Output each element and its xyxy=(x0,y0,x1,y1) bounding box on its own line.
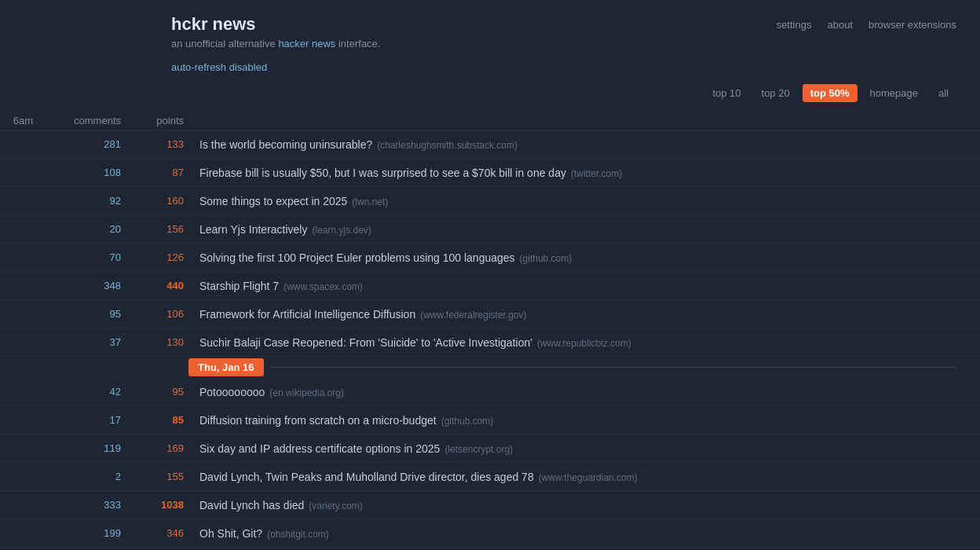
row-comments: 92 xyxy=(39,195,133,207)
row-domain: (charleshughsmith.substack.com) xyxy=(377,140,517,151)
row-title: Six day and IP address certificate optio… xyxy=(196,442,956,455)
news-link[interactable]: Suchir Balaji Case Reopened: From 'Suici… xyxy=(199,336,532,349)
table-row: 199346Oh Shit, Git?(ohshitgit.com) xyxy=(0,519,980,548)
date-line xyxy=(270,367,956,368)
table-row: 95106Framework for Artificial Intelligen… xyxy=(0,300,980,328)
table-row: 70126Solving the first 100 Project Euler… xyxy=(0,244,980,272)
row-domain: (github.com) xyxy=(441,416,494,427)
row-title: David Lynch, Twin Peaks and Muholland Dr… xyxy=(196,471,956,483)
row-comments: 42 xyxy=(39,386,133,398)
row-domain: (twitter.com) xyxy=(571,168,622,179)
row-points: 440 xyxy=(133,280,196,292)
news-link[interactable]: Some things to expect in 2025 xyxy=(199,195,347,207)
row-comments: 95 xyxy=(39,308,133,320)
row-comments: 281 xyxy=(39,138,133,150)
subtitle-suffix: interface. xyxy=(338,38,380,50)
header-nav: settings about browser extensions xyxy=(777,14,956,31)
row-title: Firebase bill is usually $50, but I was … xyxy=(196,167,956,179)
row-points: 1038 xyxy=(133,499,196,511)
filter-bar: top 10 top 20 top 50% homepage all xyxy=(0,81,980,112)
row-comments: 108 xyxy=(39,167,133,178)
news-link[interactable]: David Lynch, Twin Peaks and Muholland Dr… xyxy=(199,471,534,483)
filter-top10[interactable]: top 10 xyxy=(704,84,748,102)
row-points: 95 xyxy=(133,386,196,398)
row-comments: 70 xyxy=(39,251,133,263)
row-domain: (ohshitgit.com) xyxy=(267,529,329,540)
about-link[interactable]: about xyxy=(827,19,853,31)
news-link[interactable]: Diffusion training from scratch on a mic… xyxy=(199,414,437,427)
row-domain: (www.theguardian.com) xyxy=(539,472,638,483)
header: hckr news an unofficial alternative hack… xyxy=(0,0,980,57)
row-points: 85 xyxy=(133,414,196,426)
site-subtitle: an unofficial alternative hacker news in… xyxy=(171,38,380,50)
filter-homepage[interactable]: homepage xyxy=(862,84,926,102)
row-title: Potoooooooo(en.wikipedia.org) xyxy=(196,386,956,398)
column-header-row: 6am comments points xyxy=(0,112,980,130)
row-comments: 20 xyxy=(39,223,133,235)
news-link[interactable]: Six day and IP address certificate optio… xyxy=(199,442,440,455)
row-points: 155 xyxy=(133,471,196,482)
table-row: 2155David Lynch, Twin Peaks and Muhollan… xyxy=(0,463,980,491)
row-domain: (en.wikipedia.org) xyxy=(269,387,344,398)
row-domain: (www.republicbiz.com) xyxy=(537,338,631,349)
table-row: 37130Suchir Balaji Case Reopened: From '… xyxy=(0,328,980,357)
row-title: Framework for Artificial Intelligence Di… xyxy=(196,308,956,321)
row-comments: 37 xyxy=(39,336,133,348)
news-link[interactable]: David Lynch has died xyxy=(199,499,304,512)
time-column: 6am xyxy=(0,115,39,126)
points-header: points xyxy=(133,115,196,126)
row-domain: (letsencrypt.org) xyxy=(444,444,513,455)
table-row: 20156Learn Yjs Interactively(learn.yjs.d… xyxy=(0,215,980,244)
settings-link[interactable]: settings xyxy=(777,19,812,31)
site-title: hckr news xyxy=(171,14,380,35)
row-domain: (www.federalregister.gov) xyxy=(420,310,526,321)
date-badge: Thu, Jan 16 xyxy=(188,358,264,376)
filter-top20[interactable]: top 20 xyxy=(754,84,798,102)
row-comments: 119 xyxy=(39,442,133,454)
row-comments: 348 xyxy=(39,280,133,292)
row-title: Some things to expect in 2025(lwn.net) xyxy=(196,195,956,207)
browser-extensions-link[interactable]: browser extensions xyxy=(868,19,956,31)
comments-header: comments xyxy=(39,115,133,126)
row-points: 156 xyxy=(133,223,196,235)
row-domain: (learn.yjs.dev) xyxy=(312,225,371,236)
date-separator: Thu, Jan 16 xyxy=(0,357,980,378)
auto-refresh-bar: auto-refresh disabled xyxy=(0,57,980,81)
row-points: 133 xyxy=(133,138,196,150)
news-link[interactable]: Is the world becoming uninsurable? xyxy=(199,138,372,151)
table-row: 3331038David Lynch has died(variety.com) xyxy=(0,491,980,519)
row-title: Solving the first 100 Project Euler prob… xyxy=(196,251,956,264)
news-link[interactable]: Framework for Artificial Intelligence Di… xyxy=(199,308,415,321)
row-comments: 199 xyxy=(39,527,133,539)
news-link[interactable]: Solving the first 100 Project Euler prob… xyxy=(199,251,515,264)
auto-refresh-toggle[interactable]: auto-refresh disabled xyxy=(171,61,267,73)
subtitle-prefix: an unofficial alternative xyxy=(171,38,276,50)
filter-all[interactable]: all xyxy=(931,84,956,102)
news-link[interactable]: Oh Shit, Git? xyxy=(199,527,262,540)
news-link[interactable]: Potoooooooo xyxy=(199,386,265,398)
news-list-1: 281133Is the world becoming uninsurable?… xyxy=(0,130,980,357)
app-container: hckr news an unofficial alternative hack… xyxy=(0,0,980,550)
row-title: Oh Shit, Git?(ohshitgit.com) xyxy=(196,527,956,540)
filter-top50[interactable]: top 50% xyxy=(803,84,858,102)
row-title: Diffusion training from scratch on a mic… xyxy=(196,414,956,427)
row-domain: (lwn.net) xyxy=(352,196,388,207)
table-row: 281133Is the world becoming uninsurable?… xyxy=(0,130,980,159)
row-title: David Lynch has died(variety.com) xyxy=(196,499,956,512)
row-points: 160 xyxy=(133,195,196,207)
hacker-news-link[interactable]: hacker news xyxy=(278,38,335,50)
row-points: 346 xyxy=(133,527,196,539)
table-row: 1785Diffusion training from scratch on a… xyxy=(0,406,980,434)
row-comments: 2 xyxy=(39,471,133,482)
time-label: 6am xyxy=(13,115,33,126)
news-link[interactable]: Firebase bill is usually $50, but I was … xyxy=(199,167,566,179)
table-row: 4295Potoooooooo(en.wikipedia.org) xyxy=(0,378,980,406)
row-title: Is the world becoming uninsurable?(charl… xyxy=(196,138,956,151)
table-row: 10887Firebase bill is usually $50, but I… xyxy=(0,159,980,187)
row-title: Starship Flight 7(www.spacex.com) xyxy=(196,280,956,292)
news-link[interactable]: Learn Yjs Interactively xyxy=(199,223,307,236)
row-title: Learn Yjs Interactively(learn.yjs.dev) xyxy=(196,223,956,236)
row-comments: 17 xyxy=(39,414,133,426)
news-link[interactable]: Starship Flight 7 xyxy=(199,280,279,292)
row-domain: (variety.com) xyxy=(309,500,362,512)
